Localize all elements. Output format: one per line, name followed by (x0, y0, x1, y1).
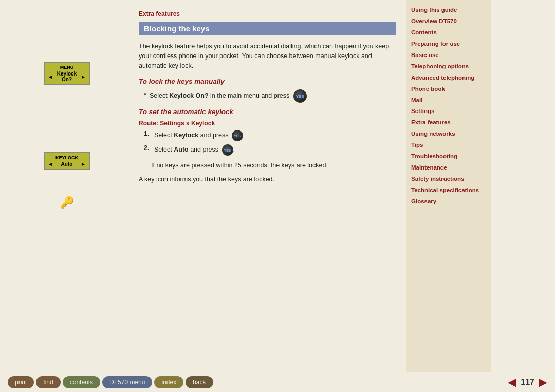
key-icon: 🔑 (60, 196, 74, 209)
contents-button[interactable]: contents (63, 376, 100, 388)
extra-features-label: Extra features (139, 10, 396, 17)
step-2: 2. Select Auto and press YES. (144, 144, 396, 156)
key-info: A key icon informs you that the keys are… (139, 176, 396, 183)
yes-button-2[interactable]: YES (232, 130, 243, 141)
back-button[interactable]: back (186, 376, 213, 388)
step2-note: If no keys are pressed within 25 seconds… (151, 161, 396, 171)
sidebar-item-safety[interactable]: Safety instructions (411, 175, 486, 183)
sidebar-item-settings[interactable]: Settings (411, 107, 486, 115)
keylock-arrow-right[interactable]: ► (81, 161, 86, 167)
find-button[interactable]: find (36, 376, 60, 388)
subsection1-title: To lock the keys manually (139, 78, 396, 85)
bullet-item-1: Select Keylock On? in the main menu and … (144, 89, 396, 103)
sidebar-item-using-this-guide[interactable]: Using this guide (411, 6, 486, 14)
intro-text: The keylock feature helps you to avoid a… (139, 42, 396, 70)
sidebar-item-using-networks[interactable]: Using networks (411, 130, 486, 138)
sidebar-item-preparing[interactable]: Preparing for use (411, 40, 486, 48)
keylock-arrow-left[interactable]: ◄ (48, 161, 53, 167)
menu-arrow-left[interactable]: ◄ (48, 74, 53, 80)
sidebar-item-maintenance[interactable]: Maintenance (411, 164, 486, 172)
section-title: Blocking the keys (139, 22, 396, 35)
yes-button-3[interactable]: YES (222, 144, 233, 156)
print-button[interactable]: print (8, 376, 34, 388)
next-page-arrow[interactable]: ▶ (539, 376, 547, 389)
route-label: Route: Settings » Keylock (139, 120, 396, 127)
sidebar-item-telephoning[interactable]: Telephoning options (411, 63, 486, 70)
sidebar-item-technical[interactable]: Technical specifications (411, 186, 486, 194)
sidebar-item-contents[interactable]: Contents (411, 29, 486, 36)
main-content: Extra features Blocking the keys The key… (134, 0, 406, 372)
menu-keylock-box: MENU ◄ Keylock On? ► (44, 62, 90, 85)
dt570-menu-button[interactable]: DT570 menu (102, 376, 152, 388)
index-button[interactable]: index (154, 376, 183, 388)
prev-page-arrow[interactable]: ◀ (508, 376, 516, 389)
sidebar-item-phone-book[interactable]: Phone book (411, 85, 486, 93)
sidebar-item-basic-use[interactable]: Basic use (411, 51, 486, 59)
subsection2-title: To set the automatic keylock (139, 108, 396, 116)
keylock-title: KEYLOCK (48, 155, 86, 160)
sidebar-item-tips[interactable]: Tips (411, 141, 486, 149)
menu-item-label: Keylock On? (53, 71, 81, 82)
bullet-list: Select Keylock On? in the main menu and … (139, 89, 396, 103)
step1-text: Select Keylock and press YES (154, 130, 243, 141)
sidebar-item-glossary[interactable]: Glossary (411, 198, 486, 206)
menu-title: MENU (48, 65, 86, 70)
sidebar-item-mail[interactable]: Mail (411, 97, 486, 104)
numbered-list: 1. Select Keylock and press YES 2. Selec… (139, 130, 396, 156)
page-navigation: ◀ 117 ▶ (508, 376, 547, 389)
sidebar-item-advanced[interactable]: Advanced telephoning (411, 74, 486, 82)
left-panel: MENU ◄ Keylock On? ► KEYLOCK ◄ Auto ► 🔑 (0, 0, 134, 372)
step2-text: Select Auto and press YES. (154, 144, 235, 156)
page-number: 117 (521, 378, 534, 387)
sidebar-item-troubleshooting[interactable]: Troubleshooting (411, 153, 486, 160)
keylock-item-label: Auto (61, 161, 73, 167)
yes-button-1[interactable]: YES (293, 89, 307, 103)
sidebar-item-extra-features[interactable]: Extra features (411, 119, 486, 126)
sidebar-item-overview[interactable]: Overview DT570 (411, 17, 486, 25)
bullet-text: Select Keylock On? in the main menu and … (150, 89, 307, 103)
step-1: 1. Select Keylock and press YES (144, 130, 396, 141)
keylock-box: KEYLOCK ◄ Auto ► (44, 152, 90, 170)
right-sidebar: Using this guide Overview DT570 Contents… (406, 0, 491, 372)
toolbar-buttons: print find contents DT570 menu index bac… (8, 376, 213, 388)
menu-arrow-right[interactable]: ► (81, 74, 86, 80)
bottom-toolbar: print find contents DT570 menu index bac… (0, 372, 555, 392)
